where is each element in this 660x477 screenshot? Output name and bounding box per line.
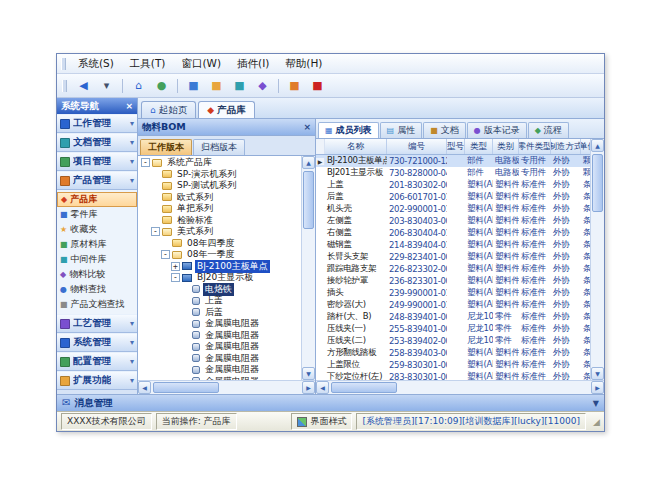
table-row[interactable]: 接纱轮护罩236-823301-00E塑料(ABS)塑料件标准件外协条 bbox=[316, 275, 590, 287]
nav-group-system-management[interactable]: 系统管理▾ bbox=[57, 333, 137, 352]
message-bar[interactable]: ✉ 消息管理 ▼ bbox=[57, 394, 604, 411]
menu-item-2[interactable]: 工具(T) bbox=[122, 55, 174, 73]
home-button[interactable]: ⌂ bbox=[128, 76, 149, 96]
bom-hscroll-thumb[interactable] bbox=[153, 382, 219, 393]
resize-grip[interactable]: ◢ bbox=[590, 416, 600, 428]
back-button[interactable]: ◀ bbox=[73, 76, 94, 96]
tree-node[interactable]: 单把系列 bbox=[138, 203, 301, 215]
expand-icon[interactable]: + bbox=[171, 262, 180, 271]
nav-item-favorites[interactable]: ★收藏夹 bbox=[57, 222, 137, 237]
column-header-1[interactable]: 名称 bbox=[325, 139, 387, 154]
menu-item-5[interactable]: 帮助(H) bbox=[277, 55, 330, 73]
tab-start-page[interactable]: ⌂起始页 bbox=[141, 101, 196, 118]
menu-item-1[interactable]: 系统(S) bbox=[70, 55, 122, 73]
table-horizontal-scrollbar[interactable]: ◀ ▶ bbox=[316, 380, 604, 394]
nav-group-extension-functions[interactable]: 扩展功能▾ bbox=[57, 371, 137, 390]
table-row[interactable]: 机头壳202-990001-01E塑料(ABS)塑料件标准件外协条 bbox=[316, 203, 590, 215]
tab-product-library[interactable]: ◆产品库 bbox=[198, 101, 254, 118]
scroll-right-icon[interactable]: ▶ bbox=[302, 381, 315, 394]
nav-item-material-search[interactable]: ●物料查找 bbox=[57, 282, 137, 297]
scroll-left-icon[interactable]: ◀ bbox=[316, 381, 329, 394]
menu-item-4[interactable]: 插件(I) bbox=[229, 55, 277, 73]
tab-working-version[interactable]: 工作版本 bbox=[140, 139, 192, 155]
table-row[interactable]: 长臂头支架229-823401-00E塑料(ABS)塑料件标准件外协条 bbox=[316, 251, 590, 263]
scroll-down-icon[interactable]: ▼ bbox=[302, 367, 315, 380]
nav-group-process-management[interactable]: 工艺管理▾ bbox=[57, 314, 137, 333]
scroll-down-icon[interactable]: ▼ bbox=[591, 367, 604, 380]
table-row[interactable]: 上盖201-830302-00E塑料(ABS)塑料件标准件外协条 bbox=[316, 179, 590, 191]
nav-group-configuration-management[interactable]: 配置管理▾ bbox=[57, 352, 137, 371]
tab-member-list[interactable]: ▦成员列表 bbox=[318, 122, 379, 138]
table-hscroll-track[interactable] bbox=[329, 381, 591, 394]
table-row[interactable]: 压线夹(一)255-839401-00E尼龙1010零件标准件外协条 bbox=[316, 323, 590, 335]
bom-horizontal-scrollbar[interactable]: ◀ ▶ bbox=[138, 380, 315, 394]
table-row[interactable]: ▶BJ-2100主板单点730-721000-12E部件电路板专用件外协颗 bbox=[316, 155, 590, 167]
table-row[interactable]: 下纱定位杆(左)283-830301-00E塑料(ABS)塑料件标准件外协条 bbox=[316, 371, 590, 380]
table-row[interactable]: 后盖206-601701-01E塑料(ABS)塑料件标准件外协条 bbox=[316, 191, 590, 203]
column-header-3[interactable]: 型号 bbox=[447, 139, 465, 154]
column-header-8[interactable]: 单位 bbox=[581, 139, 590, 154]
tab-version-history[interactable]: ●版本记录 bbox=[467, 122, 527, 138]
column-header-2[interactable]: 编号 bbox=[387, 139, 447, 154]
tree-node[interactable]: 检验标准 bbox=[138, 215, 301, 227]
nav-item-parts-library[interactable]: ■零件库 bbox=[57, 207, 137, 222]
scroll-left-icon[interactable]: ◀ bbox=[138, 381, 151, 394]
new-button[interactable]: ■ bbox=[183, 76, 204, 96]
open-button[interactable]: ■ bbox=[206, 76, 227, 96]
save-button[interactable]: ■ bbox=[229, 76, 250, 96]
scroll-up-icon[interactable]: ▲ bbox=[591, 139, 604, 152]
bom-vscroll-track[interactable] bbox=[302, 169, 315, 367]
column-header-7[interactable]: 制造方式 bbox=[551, 139, 581, 154]
column-header-5[interactable]: 类别 bbox=[493, 139, 519, 154]
refresh-button[interactable]: ● bbox=[151, 76, 172, 96]
table-row[interactable]: 踏杆(大、B)248-839401-00E尼龙1010零件标准件外协条 bbox=[316, 311, 590, 323]
table-row[interactable]: 跟踪电路支架226-823302-00E塑料(ABS)塑料件标准件外协条 bbox=[316, 263, 590, 275]
exit-button[interactable]: ■ bbox=[307, 76, 328, 96]
tree-node[interactable]: SP-测试机系列 bbox=[138, 180, 301, 192]
table-vscroll-track[interactable] bbox=[591, 152, 604, 367]
column-header-6[interactable]: 零件类型 bbox=[519, 139, 551, 154]
table-hscroll-thumb[interactable] bbox=[331, 382, 397, 393]
tab-documents[interactable]: ■文档 bbox=[423, 122, 466, 138]
status-style-selector[interactable]: 界面样式 bbox=[291, 413, 352, 430]
menu-grip[interactable] bbox=[61, 58, 66, 70]
menu-item-3[interactable]: 窗口(W) bbox=[173, 55, 229, 73]
scroll-right-icon[interactable]: ▶ bbox=[591, 381, 604, 394]
collapse-icon[interactable]: - bbox=[161, 250, 170, 259]
column-header-4[interactable]: 类型 bbox=[465, 139, 493, 154]
tree-node[interactable]: 欧式系列 bbox=[138, 192, 301, 204]
nav-close-icon[interactable]: × bbox=[125, 102, 133, 111]
tab-workflow[interactable]: ◆流程 bbox=[528, 122, 569, 138]
style-button[interactable]: ■ bbox=[284, 76, 305, 96]
nav-group-document-management[interactable]: 文档管理▾ bbox=[57, 133, 137, 152]
nav-item-product-doc-search[interactable]: ■产品文档查找 bbox=[57, 297, 137, 312]
settings-button[interactable]: ◆ bbox=[252, 76, 273, 96]
table-row[interactable]: 磁钢盖214-839404-01E塑料(ABS)塑料件标准件外协条 bbox=[316, 239, 590, 251]
table-row[interactable]: 插头239-990001-01E塑料(ABS)塑料件标准件外协条 bbox=[316, 287, 590, 299]
collapse-icon[interactable]: - bbox=[151, 227, 160, 236]
bom-vscroll-thumb[interactable] bbox=[303, 171, 314, 229]
table-vscroll-thumb[interactable] bbox=[592, 154, 603, 212]
nav-item-material-compare[interactable]: ◆物料比较 bbox=[57, 267, 137, 282]
nav-item-product-library[interactable]: ◆产品库 bbox=[57, 192, 137, 207]
table-row[interactable]: 左侧盖203-830403-00E塑料(ABS)塑料件标准件外协条 bbox=[316, 215, 590, 227]
bom-close-icon[interactable]: × bbox=[303, 123, 311, 132]
nav-item-middleware-library[interactable]: ■中间件库 bbox=[57, 252, 137, 267]
table-row[interactable]: 方形翻线踏板258-839403-00E塑料(ABS)塑料件标准件外协条 bbox=[316, 347, 590, 359]
bom-hscroll-track[interactable] bbox=[151, 381, 302, 394]
nav-group-project-management[interactable]: 项目管理▾ bbox=[57, 152, 137, 171]
table-row[interactable]: 压线夹(二)253-839402-00E尼龙1010零件标准件外协条 bbox=[316, 335, 590, 347]
table-row[interactable]: BJ201主显示板730-828000-04E部件电路板专用件外协颗 bbox=[316, 167, 590, 179]
scroll-up-icon[interactable]: ▲ bbox=[302, 156, 315, 169]
table-row[interactable]: 右侧盖206-830404-01E塑料(ABS)塑料件标准件外协条 bbox=[316, 227, 590, 239]
tab-archived-version[interactable]: 归档版本 bbox=[193, 139, 245, 155]
collapse-icon[interactable]: - bbox=[141, 158, 150, 167]
nav-group-work-management[interactable]: 工作管理▾ bbox=[57, 114, 137, 133]
table-vertical-scrollbar[interactable]: ▲ ▼ bbox=[590, 139, 604, 380]
toolbar-grip[interactable] bbox=[62, 80, 67, 92]
tab-properties[interactable]: ▤属性 bbox=[380, 122, 423, 138]
table-row[interactable]: 上盖限位259-830301-00E塑料(ABS)塑料件标准件外协条 bbox=[316, 359, 590, 371]
collapse-icon[interactable]: - bbox=[171, 273, 180, 282]
back-dropdown-button[interactable]: ▾ bbox=[96, 76, 117, 96]
chevron-down-icon[interactable]: ▼ bbox=[593, 399, 599, 408]
